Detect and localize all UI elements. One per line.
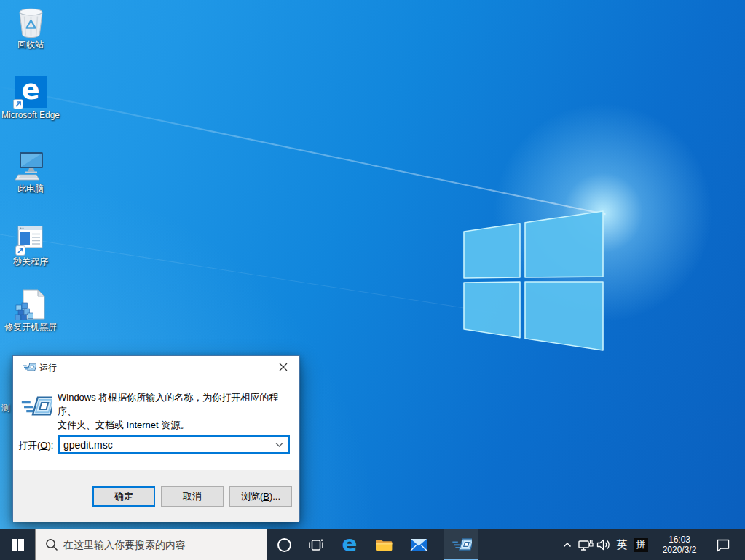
action-center-button[interactable] [708, 529, 738, 560]
desktop-icon-label: Microsoft Edge [0, 110, 61, 120]
run-dialog: 运行 Windows 将根据你所输入的名称，为你打开相应的程序、 文件夹、文档或… [12, 355, 300, 521]
task-view-button[interactable] [300, 529, 332, 560]
browse-button[interactable]: 浏览(B)... [229, 486, 292, 507]
shortcut-arrow-icon [13, 99, 23, 109]
task-view-icon [307, 537, 325, 553]
chevron-up-icon [561, 540, 573, 550]
dialog-message-line2: 文件夹、文档或 Internet 资源。 [58, 418, 291, 432]
run-icon-large [20, 393, 52, 419]
ime-language-indicator[interactable]: 英 [613, 529, 631, 560]
desktop-icon-this-pc[interactable]: 此电脑 [0, 149, 61, 194]
recycle-bin-icon [14, 5, 47, 39]
search-input[interactable] [36, 529, 267, 560]
volume-tray-button[interactable] [594, 529, 612, 560]
tray-show-hidden-icons-button[interactable] [559, 529, 575, 560]
chevron-down-icon[interactable] [275, 441, 284, 449]
desktop-icon-app-shortcut[interactable]: 秒关程序 [0, 222, 61, 267]
desktop-icon-label: 修复开机黑屏 [0, 322, 61, 332]
mail-icon [409, 537, 428, 553]
cancel-button[interactable]: 取消 [161, 486, 224, 507]
desktop-icon-microsoft-edge[interactable]: e Microsoft Edge [0, 75, 61, 120]
dialog-message: Windows 将根据你所输入的名称，为你打开相应的程序、 文件夹、文档或 In… [58, 390, 291, 432]
taskbar-clock[interactable]: 16:03 2020/3/2 [653, 529, 706, 560]
dialog-message-line1: Windows 将根据你所输入的名称，为你打开相应的程序、 [58, 390, 291, 418]
open-input[interactable]: gpedit.msc [58, 435, 290, 454]
folder-icon [374, 537, 393, 553]
edge-icon: e [342, 532, 357, 554]
windows-logo [459, 206, 608, 355]
mail-button[interactable] [402, 529, 435, 560]
cortana-icon [277, 538, 291, 552]
desktop-icon-label: 此电脑 [0, 184, 61, 194]
ime-pinyin-icon: 拼 [634, 538, 648, 552]
run-icon [23, 361, 36, 373]
start-button[interactable] [0, 529, 35, 560]
desktop-icon-label-partial: 测 [1, 402, 12, 414]
desktop-icon-label: 回收站 [0, 39, 61, 50]
ok-button[interactable]: 确定 [92, 486, 155, 507]
file-explorer-button[interactable] [367, 529, 401, 560]
run-app-taskbar-button[interactable] [444, 529, 478, 560]
desktop-icon-label: 秒关程序 [0, 256, 61, 267]
taskbar: e 英 [0, 529, 745, 560]
open-field-label: 打开(O): [18, 439, 53, 452]
clock-date: 2020/3/2 [663, 545, 697, 555]
run-dialog-titlebar[interactable]: 运行 [13, 356, 299, 378]
wallpaper-light-beam [0, 84, 606, 215]
edge-icon: e [14, 76, 47, 109]
taskbar-search-box[interactable] [35, 529, 267, 560]
registry-file-icon [14, 288, 47, 321]
run-icon [452, 536, 472, 553]
dialog-title: 运行 [39, 362, 57, 374]
app-window-icon [14, 222, 47, 256]
cortana-button[interactable] [268, 529, 300, 560]
desktop-icon-recycle-bin[interactable]: 回收站 [0, 5, 61, 50]
wallpaper-light-beam-2 [0, 233, 496, 313]
close-icon [279, 363, 288, 371]
desktop-icon-registry-file[interactable]: 修复开机黑屏 [0, 288, 61, 332]
edge-taskbar-button[interactable]: e [334, 529, 366, 560]
network-tray-button[interactable] [577, 529, 594, 560]
volume-icon [596, 538, 611, 551]
windows-start-icon [12, 539, 24, 551]
network-icon [578, 538, 594, 552]
clock-time: 16:03 [669, 535, 690, 545]
dialog-footer: 确定 取消 浏览(B)... [13, 470, 299, 522]
this-pc-icon [14, 149, 47, 183]
action-center-icon [715, 537, 731, 552]
ime-mode-indicator[interactable]: 拼 [632, 529, 650, 560]
open-input-value: gpedit.msc [60, 439, 113, 451]
search-icon [44, 537, 59, 552]
close-button[interactable] [267, 356, 299, 377]
text-caret [114, 439, 114, 451]
